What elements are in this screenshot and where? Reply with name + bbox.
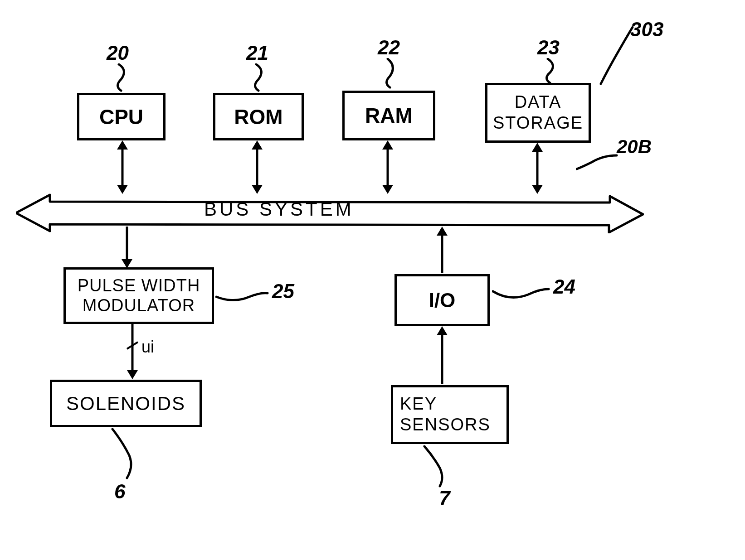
leader-cpu — [107, 63, 135, 93]
pwm-block: PULSE WIDTH MODULATOR — [63, 267, 214, 324]
storage-label-1: DATA — [515, 92, 562, 113]
sensors-block: KEY SENSORS — [391, 385, 509, 444]
svg-marker-1 — [117, 140, 128, 150]
ref-solenoids: 6 — [114, 480, 125, 503]
cpu-label: CPU — [99, 105, 143, 129]
arrow-sensors-io — [433, 326, 451, 385]
ref-bus: 20B — [617, 136, 652, 158]
arrow-pwm-solenoids — [123, 324, 141, 381]
leader-solenoids — [109, 428, 141, 480]
sensors-label-2: SENSORS — [400, 415, 491, 435]
ref-cpu: 20 — [107, 42, 129, 64]
pwm-label-1: PULSE WIDTH — [78, 276, 200, 296]
storage-block: DATA STORAGE — [485, 83, 591, 143]
solenoids-label: SOLENOIDS — [66, 393, 185, 415]
sensors-label-1: KEY — [400, 394, 437, 415]
arrow-cpu-bus — [113, 140, 131, 195]
bus-label: BUS SYSTEM — [204, 198, 354, 220]
arrow-rom-bus — [248, 140, 266, 195]
leader-top-right — [596, 25, 637, 86]
ref-io: 24 — [553, 275, 575, 298]
leader-bus — [576, 153, 619, 171]
pwm-label-2: MODULATOR — [83, 296, 195, 316]
ref-pwm: 25 — [272, 280, 294, 303]
ref-storage: 23 — [537, 36, 560, 59]
leader-rom — [245, 63, 272, 93]
rom-block: ROM — [213, 93, 304, 140]
ui-label: ui — [141, 338, 154, 357]
svg-marker-13 — [122, 259, 132, 268]
leader-ram — [376, 58, 404, 90]
leader-sensors — [421, 445, 453, 488]
ref-ram: 22 — [378, 36, 400, 59]
ram-block: RAM — [342, 91, 435, 140]
ref-sensors: 7 — [439, 487, 450, 510]
arrow-storage-bus — [528, 143, 546, 195]
svg-marker-7 — [382, 140, 393, 150]
io-block: I/O — [394, 274, 490, 326]
arrow-io-bus — [433, 227, 451, 274]
svg-marker-15 — [437, 227, 448, 236]
io-label: I/O — [429, 289, 456, 312]
ref-rom: 21 — [246, 42, 268, 64]
arrow-ram-bus — [379, 140, 397, 195]
leader-pwm — [215, 288, 270, 306]
svg-marker-20 — [437, 326, 448, 335]
cpu-block: CPU — [77, 93, 166, 140]
solenoids-block: SOLENOIDS — [50, 380, 202, 427]
leader-io — [492, 285, 551, 304]
ram-label: RAM — [365, 103, 413, 128]
svg-marker-10 — [532, 143, 543, 152]
svg-marker-4 — [252, 140, 263, 150]
rom-label: ROM — [234, 105, 282, 129]
arrow-bus-pwm — [118, 227, 136, 270]
svg-marker-18 — [127, 370, 138, 379]
storage-label-2: STORAGE — [493, 113, 583, 134]
leader-storage — [536, 58, 564, 85]
